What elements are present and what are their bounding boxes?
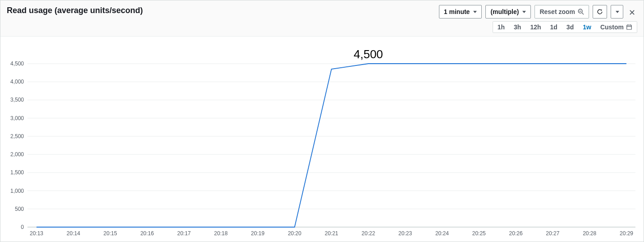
svg-rect-3 [627,25,632,30]
panel-title: Read usage (average units/second) [7,5,143,15]
y-tick-label: 2,500 [10,133,24,140]
caret-down-icon [473,11,477,13]
metric-panel: Read usage (average units/second) 1 minu… [0,0,644,242]
y-tick-label: 0 [21,224,24,230]
range-tab-12h[interactable]: 12h [525,22,545,33]
x-tick-label: 20:27 [546,230,559,237]
x-tick-label: 20:22 [361,230,375,237]
range-tab-label: 1w [583,23,591,31]
x-tick-label: 20:23 [398,230,412,237]
zoom-out-icon [578,9,584,15]
range-tab-label: 3d [566,23,574,31]
svg-line-1 [582,13,584,14]
x-tick-label: 20:17 [177,230,191,237]
calendar-icon [626,24,632,30]
y-tick-label: 3,000 [10,115,24,121]
chart-area: 05001,0001,5002,0002,5003,0003,5004,0004… [3,41,641,239]
series-line [37,64,626,227]
range-tab-label: Custom [600,23,624,31]
x-tick-label: 20:13 [30,230,43,237]
range-tab-3d[interactable]: 3d [562,22,578,33]
y-tick-label: 2,000 [10,151,24,158]
y-tick-label: 500 [15,206,24,212]
range-tab-1h[interactable]: 1h [493,22,509,33]
reset-zoom-button[interactable]: Reset zoom [534,5,589,19]
y-tick-label: 1,500 [10,169,24,176]
x-tick-label: 20:21 [324,230,338,237]
refresh-icon [597,9,603,15]
x-tick-label: 20:19 [251,230,265,237]
time-range-tabs: 1h3h12h1d3d1wCustom [493,21,637,33]
y-tick-label: 1,000 [10,188,24,194]
controls-row-top: 1 minute (multiple) Reset zoom [439,5,637,19]
range-tab-1w[interactable]: 1w [578,22,596,33]
close-button[interactable]: ✕ [627,8,637,18]
lines-dropdown[interactable]: (multiple) [485,5,531,19]
range-tab-label: 3h [514,23,521,31]
y-tick-label: 3,500 [10,97,24,103]
range-tab-label: 1h [498,23,505,31]
x-tick-label: 20:28 [583,230,596,237]
range-tab-custom[interactable]: Custom [596,22,637,33]
y-tick-label: 4,500 [10,60,24,67]
range-tab-1d[interactable]: 1d [546,22,562,33]
x-tick-label: 20:16 [140,230,154,237]
refresh-button[interactable] [593,5,607,19]
panel-header: Read usage (average units/second) 1 minu… [0,0,644,37]
chart-annotation: 4,500 [354,47,383,61]
range-tab-label: 12h [530,23,541,31]
caret-down-icon [522,11,526,13]
x-tick-label: 20:18 [214,230,228,237]
x-tick-label: 20:20 [288,230,301,237]
period-dropdown[interactable]: 1 minute [439,5,482,19]
lines-dropdown-label: (multiple) [490,8,519,15]
x-tick-label: 20:29 [620,230,633,237]
x-tick-label: 20:15 [104,230,117,237]
range-tab-3h[interactable]: 3h [509,22,525,33]
period-dropdown-label: 1 minute [444,8,470,15]
line-chart: 05001,0001,5002,0002,5003,0003,5004,0004… [3,41,641,239]
x-tick-label: 20:26 [509,230,523,237]
reset-zoom-label: Reset zoom [539,8,575,15]
panel-controls: 1 minute (multiple) Reset zoom [439,5,637,33]
x-tick-label: 20:24 [435,230,449,237]
actions-dropdown[interactable] [611,5,623,19]
y-tick-label: 4,000 [10,79,24,85]
x-tick-label: 20:14 [67,230,80,237]
range-tab-label: 1d [550,23,557,31]
x-tick-label: 20:25 [472,230,486,237]
caret-down-icon [616,11,619,13]
